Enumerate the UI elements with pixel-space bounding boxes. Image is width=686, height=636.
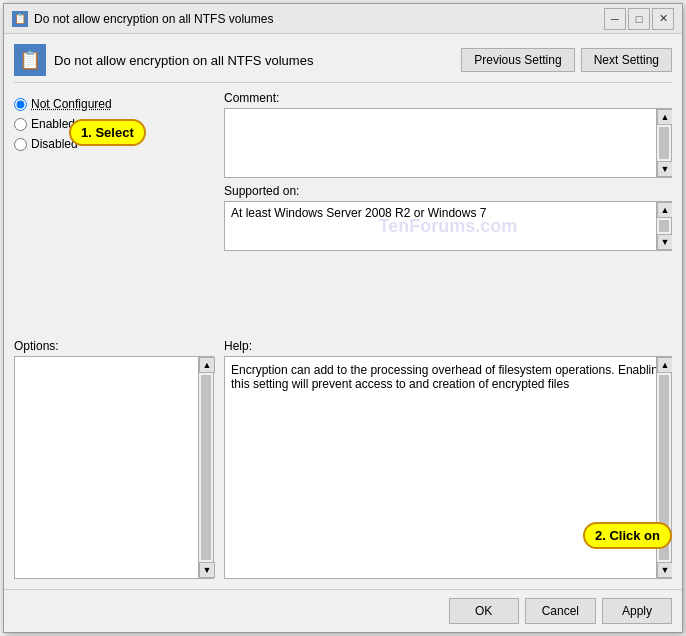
apply-button[interactable]: Apply bbox=[602, 598, 672, 624]
maximize-button[interactable]: □ bbox=[628, 8, 650, 30]
header-left: 📋 Do not allow encryption on all NTFS vo… bbox=[14, 44, 313, 76]
supported-section: Supported on: At least Windows Server 20… bbox=[224, 184, 672, 251]
options-scroll-up[interactable]: ▲ bbox=[199, 357, 215, 373]
supported-scroll-down[interactable]: ▼ bbox=[657, 234, 672, 250]
policy-icon: 📋 bbox=[14, 44, 46, 76]
header-buttons: Previous Setting Next Setting bbox=[461, 48, 672, 72]
ok-button[interactable]: OK bbox=[449, 598, 519, 624]
supported-wrapper: At least Windows Server 2008 R2 or Windo… bbox=[224, 201, 672, 251]
options-scroll-down[interactable]: ▼ bbox=[199, 562, 215, 578]
comment-scrollbar: ▲ ▼ bbox=[656, 108, 672, 178]
help-scroll-up[interactable]: ▲ bbox=[657, 357, 672, 373]
options-wrapper: ▲ ▼ bbox=[14, 356, 214, 579]
comment-section: Comment: ▲ ▼ bbox=[224, 91, 672, 178]
radio-not-configured[interactable]: Not Configured bbox=[14, 95, 214, 113]
main-area: Not Configured Enabled Disabled 1. Selec… bbox=[14, 91, 672, 331]
radio-enabled-input[interactable] bbox=[14, 118, 27, 131]
titlebar: 📋 Do not allow encryption on all NTFS vo… bbox=[4, 4, 682, 34]
radio-disabled-input[interactable] bbox=[14, 138, 27, 151]
options-box bbox=[14, 356, 198, 579]
annotation-select-bubble: 1. Select bbox=[69, 119, 146, 146]
comment-wrapper: ▲ ▼ bbox=[224, 108, 672, 178]
comment-scroll-down[interactable]: ▼ bbox=[657, 161, 672, 177]
supported-scroll-thumb bbox=[659, 220, 669, 232]
left-panel: Not Configured Enabled Disabled 1. Selec… bbox=[14, 91, 214, 331]
help-label: Help: bbox=[224, 339, 672, 353]
radio-not-configured-label: Not Configured bbox=[31, 97, 112, 111]
options-scrollbar: ▲ ▼ bbox=[198, 356, 214, 579]
help-panel: Help: Encryption can add to the processi… bbox=[224, 339, 672, 579]
main-window: 📋 Do not allow encryption on all NTFS vo… bbox=[3, 3, 683, 633]
previous-setting-button[interactable]: Previous Setting bbox=[461, 48, 574, 72]
header-row: 📋 Do not allow encryption on all NTFS vo… bbox=[14, 44, 672, 83]
window-title: Do not allow encryption on all NTFS volu… bbox=[34, 12, 273, 26]
supported-scrollbar: ▲ ▼ bbox=[656, 201, 672, 251]
policy-title: Do not allow encryption on all NTFS volu… bbox=[54, 53, 313, 68]
footer: OK Cancel Apply bbox=[4, 589, 682, 632]
supported-value: At least Windows Server 2008 R2 or Windo… bbox=[224, 201, 656, 251]
close-button[interactable]: ✕ bbox=[652, 8, 674, 30]
minimize-button[interactable]: ─ bbox=[604, 8, 626, 30]
comment-scroll-up[interactable]: ▲ bbox=[657, 109, 672, 125]
options-scroll-thumb bbox=[201, 375, 211, 560]
comment-scroll-thumb bbox=[659, 127, 669, 159]
annotation-click-bubble: 2. Click on bbox=[583, 522, 672, 549]
supported-scroll-up[interactable]: ▲ bbox=[657, 202, 672, 218]
cancel-button[interactable]: Cancel bbox=[525, 598, 596, 624]
titlebar-controls: ─ □ ✕ bbox=[604, 8, 674, 30]
radio-not-configured-input[interactable] bbox=[14, 98, 27, 111]
help-scroll-down[interactable]: ▼ bbox=[657, 562, 672, 578]
options-label: Options: bbox=[14, 339, 214, 353]
supported-text: At least Windows Server 2008 R2 or Windo… bbox=[231, 206, 486, 220]
content-area: 📋 Do not allow encryption on all NTFS vo… bbox=[4, 34, 682, 589]
titlebar-left: 📋 Do not allow encryption on all NTFS vo… bbox=[12, 11, 273, 27]
right-panel: Comment: ▲ ▼ Supported on: bbox=[224, 91, 672, 331]
comment-label: Comment: bbox=[224, 91, 672, 105]
help-wrapper: Encryption can add to the processing ove… bbox=[224, 356, 672, 579]
window-icon: 📋 bbox=[12, 11, 28, 27]
options-panel: Options: ▲ ▼ bbox=[14, 339, 214, 579]
bottom-panels: Options: ▲ ▼ Help: Encryption can add to… bbox=[14, 339, 672, 579]
next-setting-button[interactable]: Next Setting bbox=[581, 48, 672, 72]
supported-on-label: Supported on: bbox=[224, 184, 672, 198]
comment-textarea[interactable] bbox=[224, 108, 656, 178]
